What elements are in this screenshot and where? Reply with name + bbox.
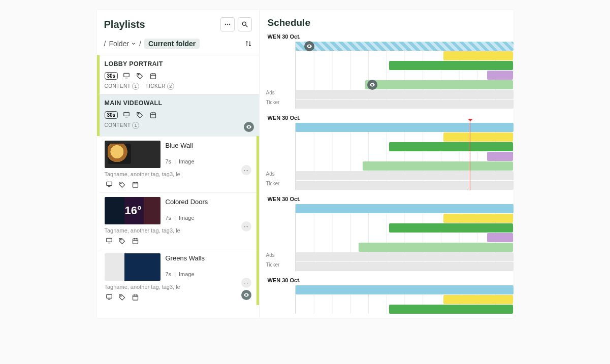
playlist-list: LOBBY PORTRAIT 30s CONTENT1TICKER2 MAIN …	[97, 55, 259, 318]
schedule-row-label: Ticker	[266, 100, 280, 105]
playlist-item[interactable]: Greens Walls 7s|Image Tagname, another t…	[100, 249, 256, 305]
playlists-panel: Playlists / Folder / Current folder	[97, 10, 260, 318]
playlist-item[interactable]: Blue Wall 7s|Image Tagname, another tag,…	[100, 136, 256, 192]
schedule-row	[296, 285, 513, 294]
item-visibility-button[interactable]	[241, 290, 251, 300]
screen-icon[interactable]	[105, 237, 114, 245]
screen-icon[interactable]	[105, 180, 114, 188]
search-button[interactable]	[238, 17, 252, 31]
schedule-timeline[interactable]: AdsTicker	[295, 123, 513, 190]
schedule-row	[296, 133, 513, 142]
screen-icon[interactable]	[105, 293, 114, 301]
schedule-day-label: WEN 30 Oct.	[260, 275, 513, 285]
schedule-row	[296, 142, 513, 151]
breadcrumb-current[interactable]: Current folder	[144, 39, 200, 49]
calendar-icon[interactable]	[131, 180, 140, 188]
breadcrumb-sep: /	[139, 40, 141, 48]
schedule-bar[interactable]	[296, 171, 513, 180]
item-title: Greens Walls	[166, 254, 251, 262]
schedule-bar[interactable]	[389, 305, 513, 314]
schedule-row	[296, 80, 513, 89]
schedule-bar[interactable]	[389, 61, 513, 70]
item-title: Colored Doors	[166, 198, 251, 206]
schedule-body: WEN 30 Oct.AdsTickerWEN 30 Oct.AdsTicker…	[260, 31, 513, 318]
schedule-timeline[interactable]	[295, 285, 513, 314]
schedule-row-label: Ads	[266, 171, 275, 177]
schedule-bar[interactable]	[296, 204, 513, 213]
schedule-row	[296, 305, 513, 314]
more-icon	[224, 21, 231, 28]
item-meta: 7s|Image	[166, 271, 251, 277]
schedule-bar[interactable]	[443, 51, 513, 60]
schedule-bar[interactable]	[296, 252, 513, 261]
schedule-row: Ads	[296, 90, 513, 99]
playlists-title: Playlists	[104, 19, 145, 30]
calendar-icon	[148, 72, 157, 80]
schedule-bar[interactable]	[487, 233, 513, 242]
playlist-properties: 30s	[105, 111, 254, 119]
playlists-header: Playlists	[97, 10, 259, 36]
schedule-bar[interactable]	[296, 181, 513, 190]
schedule-bar[interactable]	[296, 262, 513, 271]
chevron-down-icon	[131, 41, 136, 46]
schedule-row	[296, 161, 513, 171]
item-more-button[interactable]: ···	[241, 278, 251, 288]
app-root: Playlists / Folder / Current folder	[97, 10, 513, 318]
schedule-bar[interactable]	[443, 214, 513, 223]
playlist-item[interactable]: Colored Doors 7s|Image Tagname, another …	[100, 192, 256, 249]
schedule-bar[interactable]	[365, 80, 513, 89]
sort-button[interactable]	[245, 40, 252, 47]
schedule-bar[interactable]	[296, 90, 513, 99]
calendar-icon[interactable]	[131, 237, 140, 245]
schedule-bar[interactable]	[296, 42, 513, 51]
schedule-bar[interactable]	[296, 285, 513, 294]
svg-point-0	[224, 24, 226, 25]
schedule-bar[interactable]	[389, 223, 513, 233]
schedule-row: Ticker	[296, 100, 513, 109]
tag-icon[interactable]	[118, 180, 127, 188]
svg-point-28	[120, 239, 121, 240]
item-more-button[interactable]: ···	[241, 165, 251, 175]
sort-icon	[245, 40, 252, 47]
more-button[interactable]	[220, 17, 235, 31]
schedule-row-label: Ads	[266, 90, 275, 95]
playlist-visibility-button[interactable]	[244, 122, 254, 132]
schedule-bar[interactable]	[363, 161, 513, 171]
schedule-bar[interactable]	[487, 152, 513, 161]
calendar-icon[interactable]	[131, 293, 140, 301]
item-thumbnail	[105, 141, 160, 168]
schedule-bar[interactable]	[487, 71, 513, 80]
schedule-day: WEN 30 Oct.AdsTicker	[260, 113, 513, 190]
schedule-row	[296, 295, 513, 304]
schedule-timeline[interactable]: AdsTicker	[295, 204, 513, 271]
schedule-chip[interactable]	[367, 80, 377, 90]
svg-point-14	[138, 113, 139, 114]
item-tags: Tagname, another tag, tag3, le	[105, 284, 251, 290]
schedule-row-label: Ads	[266, 252, 275, 258]
schedule-chip[interactable]	[304, 41, 314, 51]
item-more-button[interactable]: ···	[241, 221, 251, 231]
schedule-day: WEN 30 Oct.AdsTicker	[260, 31, 513, 109]
tag-icon[interactable]	[118, 293, 127, 301]
playlist-card[interactable]: LOBBY PORTRAIT 30s CONTENT1TICKER2	[97, 55, 259, 94]
schedule-bar[interactable]	[443, 295, 513, 304]
breadcrumb-folder[interactable]: Folder	[109, 40, 136, 48]
tag-icon[interactable]	[118, 237, 127, 245]
screen-icon	[122, 72, 131, 80]
item-actions	[105, 180, 251, 188]
item-thumbnail	[105, 197, 160, 224]
svg-rect-36	[133, 295, 138, 300]
schedule-row	[296, 42, 513, 51]
schedule-row-label: Ticker	[266, 262, 280, 268]
playlist-card[interactable]: MAIN VIDEOWALL 30s CONTENT1	[97, 94, 259, 136]
schedule-bar[interactable]	[296, 100, 513, 109]
schedule-bar[interactable]	[359, 243, 513, 252]
schedule-bar[interactable]	[296, 123, 513, 132]
schedule-row	[296, 214, 513, 223]
schedule-bar[interactable]	[389, 142, 513, 151]
schedule-timeline[interactable]: AdsTicker	[295, 42, 513, 109]
item-actions	[105, 293, 251, 301]
item-tags: Tagname, another tag, tag3, le	[105, 227, 251, 234]
svg-point-35	[120, 295, 121, 296]
schedule-bar[interactable]	[443, 133, 513, 142]
